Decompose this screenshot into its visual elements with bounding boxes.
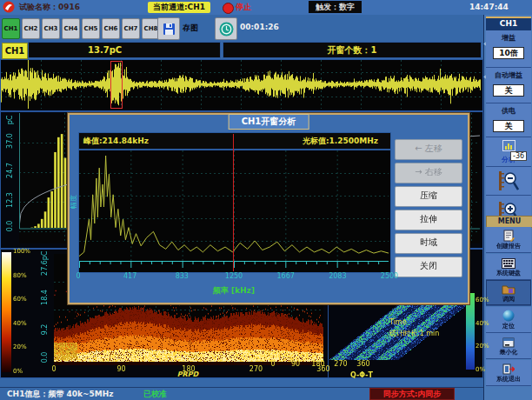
waterfall-time-label: Time <box>389 318 407 326</box>
prpd-y-tick-1: 27.6 <box>41 260 49 276</box>
amplitude-value: 13.7pC <box>88 45 122 55</box>
menu-item-3[interactable]: 调阅 <box>486 280 531 306</box>
menu-item-2[interactable]: 系统键盘 <box>486 254 531 280</box>
prpd-y-tick-2: 18.4 <box>41 290 49 305</box>
menu-item-label: 系统键盘 <box>486 269 531 277</box>
dialog-button-5[interactable]: 关闭 <box>395 257 462 277</box>
app-window: 试验名称：0916 当前通道:CH1 停止 触发：数字 14:47:44 CH1… <box>0 0 532 400</box>
channel-button-ch1[interactable]: CH1 <box>2 18 20 39</box>
prpd-colorbar-tick-2: 60% <box>13 296 27 303</box>
power-button[interactable]: 供电 关 <box>486 103 531 137</box>
dialog-x-tick-3: 1250 <box>225 272 243 280</box>
save-image-button[interactable] <box>157 17 180 40</box>
dialog-x-tick-0: 0 <box>76 272 80 280</box>
menu-header: MENU <box>486 216 532 228</box>
dialog-button-3[interactable]: 拉伸 <box>395 210 462 230</box>
stop-indicator-icon <box>223 3 234 14</box>
save-image-label: 存图 <box>183 23 198 34</box>
amplitude-box: 13.7pC <box>28 42 221 58</box>
dialog-title[interactable]: CH1开窗分析 <box>229 114 309 130</box>
dialog-x-axis-label: 频率 [kHz] <box>78 285 389 297</box>
waveform-canvas[interactable] <box>1 60 481 109</box>
prpd-y-tick-4: 0.0 <box>41 352 49 363</box>
waveform-selection-box[interactable] <box>110 61 123 109</box>
prpd-colorbar <box>2 252 11 372</box>
waterfall-colorbar <box>466 293 475 370</box>
power-label: 供电 <box>486 106 531 116</box>
dialog-x-tick-4: 1667 <box>276 272 294 280</box>
window-analysis-dialog: CH1开窗分析 峰值:214.84kHz 光标值:1.2500MHz 幅度 频率… <box>68 113 469 304</box>
dialog-x-tick-6: 2500 <box>381 272 398 280</box>
menu-item-5[interactable]: 最小化 <box>486 333 531 359</box>
folder-icon <box>486 282 531 295</box>
channel-button-ch4[interactable]: CH4 <box>62 18 80 39</box>
dialog-button-2[interactable]: 压缩 <box>395 186 462 207</box>
clock: 14:47:44 <box>469 1 509 14</box>
auto-gain-label: 自动增益 <box>486 70 531 80</box>
zoom-out-icon <box>498 170 519 192</box>
gain-label: 增益 <box>486 33 531 43</box>
prpd-y-tick-3: 9.2 <box>41 324 49 336</box>
gain-button[interactable]: 增益 10倍 <box>486 30 531 68</box>
waterfall-x-tick-1: 90 <box>291 360 300 368</box>
cursor-value: 光标值:1.2500MHz <box>303 133 378 149</box>
calibrated-badge: 已校准 <box>143 388 167 400</box>
waterfall-colorbar-tick-3: 0% <box>475 366 485 373</box>
waterfall-colorbar-tick-0: 60% <box>475 297 489 303</box>
menu-item-label: 最小化 <box>486 348 531 357</box>
channel-button-ch2[interactable]: CH2 <box>22 18 40 39</box>
menu-item-label: 系统退出 <box>486 375 531 383</box>
sidebar-channel-tab[interactable]: CH1 <box>486 17 531 30</box>
waterfall-colorbar-tick-1: 40% <box>475 320 489 327</box>
spectrum-y-tick-0: pC <box>6 116 14 125</box>
menu-item-4[interactable]: 定位 <box>486 307 531 333</box>
prpd-x-tick-2: 180 <box>182 365 195 373</box>
auto-gain-button[interactable]: 自动增益 关 <box>486 68 531 103</box>
timer-button[interactable] <box>215 17 237 40</box>
prpd-colorbar-tick-3: 40% <box>13 320 27 327</box>
channel-info-badge: CH1 <box>2 43 28 59</box>
current-channel-badge: 当前通道:CH1 <box>148 2 210 13</box>
waterfall-x-tick-2: 180 <box>311 360 324 368</box>
dialog-button-4[interactable]: 时域 <box>395 233 462 254</box>
menu-item-label: 创建报告 <box>486 242 531 250</box>
sidebar: CH1 « « 增益 10倍 自动增益 关 供电 关 分析 <box>483 15 532 400</box>
report-icon <box>486 229 531 242</box>
menu-item-1[interactable]: 创建报告 <box>486 227 531 253</box>
waterfall-axis-label: Q-Φ-T <box>350 371 373 379</box>
menu-item-6[interactable]: 系统退出 <box>486 360 531 386</box>
app-logo <box>3 1 15 13</box>
zoom-tooltip: -36 <box>510 151 527 161</box>
channel-button-ch5[interactable]: CH5 <box>82 18 100 39</box>
prpd-y-tick-0: pC <box>41 251 49 261</box>
dialog-button-0: ← 左移 <box>395 139 462 160</box>
stop-label: 停止 <box>236 1 251 14</box>
waterfall-x-tick-3: 270 <box>334 360 347 368</box>
minimize-icon <box>486 335 531 348</box>
channel-button-ch3[interactable]: CH3 <box>42 18 60 39</box>
dialog-spectrum-plot[interactable] <box>78 150 391 273</box>
dialog-y-axis-label: 幅度 <box>69 195 78 209</box>
top-bar: 试验名称：0916 当前通道:CH1 停止 触发：数字 14:47:44 <box>0 0 532 16</box>
prpd-x-tick-0: 0 <box>51 365 56 373</box>
dialog-spectrum-canvas[interactable] <box>79 150 389 270</box>
spectrum-y-tick-1: 37.0 <box>6 133 14 149</box>
floppy-icon <box>163 23 176 36</box>
dialog-x-tick-5: 2083 <box>329 272 346 280</box>
waterfall-x-tick-4: 360 <box>356 360 369 368</box>
analysis-chart-icon <box>502 140 515 151</box>
sphere-icon <box>486 309 531 322</box>
prpd-colorbar-tick-4: 20% <box>13 343 27 350</box>
window-count-box: 开窗个数：1 <box>223 42 482 58</box>
frequency-cursor-line[interactable] <box>233 134 234 271</box>
keyboard-icon <box>486 256 531 269</box>
waveform-panel[interactable] <box>0 59 483 111</box>
trigger-mode: 触发：数字 <box>309 1 362 13</box>
menu-item-label: 调阅 <box>486 295 531 303</box>
prpd-colorbar-tick-0: 100% <box>13 248 30 255</box>
zoom-out-button[interactable] <box>486 167 531 196</box>
dialog-x-tick-2: 833 <box>176 272 189 280</box>
waterfall-x-tick-0: 0 <box>270 360 275 368</box>
channel-button-ch6[interactable]: CH6 <box>102 18 120 39</box>
channel-button-ch7[interactable]: CH7 <box>122 18 140 39</box>
